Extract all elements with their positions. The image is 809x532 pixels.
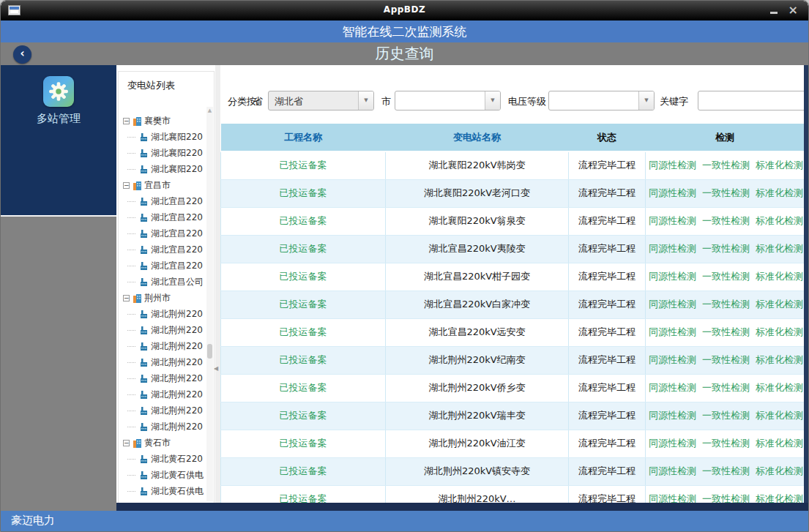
splitter-collapse-icon[interactable]: ◀ (214, 365, 218, 372)
tree-substation-item[interactable]: 湖北荆州220 (119, 322, 214, 338)
close-button[interactable]: × (789, 3, 798, 17)
detect-link[interactable]: 同源性检测 (649, 299, 696, 310)
substation-name-cell: 湖北襄阳220kV老河口变 (386, 179, 569, 207)
detect-link[interactable]: 同源性检测 (649, 243, 696, 254)
city-select[interactable]: ▼ (395, 91, 501, 110)
detect-link[interactable]: 同源性检测 (649, 271, 696, 282)
collapse-minus-icon[interactable]: − (123, 295, 130, 301)
tree-substation-item[interactable]: 湖北宜昌220 (119, 209, 214, 225)
scrollbar-thumb[interactable] (207, 344, 212, 359)
sidebar-item-multistation[interactable]: 多站管理 (1, 65, 116, 146)
detect-link[interactable]: 标准化检测 (756, 438, 803, 449)
keyword-input[interactable] (698, 91, 804, 110)
tree-substation-item[interactable]: 湖北荆州220 (119, 306, 214, 322)
detect-link[interactable]: 同源性检测 (649, 326, 696, 337)
detect-link[interactable]: 一致性检测 (702, 271, 750, 282)
substation-name-cell: 湖北荆州220kV瑞丰变 (386, 402, 569, 430)
tree-substation-item[interactable]: 湖北宜昌220 (119, 225, 214, 241)
project-status-cell: 已投运备案 (221, 430, 386, 457)
province-select[interactable]: 湖北省 ▼ (268, 91, 374, 110)
detect-cell: 同源性检测一致性检测标准化检测 (646, 318, 805, 346)
substation-name-cell: 湖北荆州220kV纪南变 (386, 346, 569, 374)
detect-link[interactable]: 同源性检测 (649, 465, 696, 476)
detect-link[interactable]: 标准化检测 (756, 326, 803, 337)
detect-link[interactable]: 同源性检测 (649, 354, 696, 365)
tree-substation-item[interactable]: 湖北襄阳220 (119, 161, 214, 177)
detect-link[interactable]: 同源性检测 (649, 187, 696, 198)
detect-link[interactable]: 一致性检测 (702, 465, 750, 476)
project-status-cell: 已投运备案 (221, 151, 386, 179)
tree-city-node[interactable]: −黄石市 (119, 435, 214, 451)
tree-substation-item[interactable]: 湖北荆州220 (119, 386, 214, 402)
detect-link[interactable]: 标准化检测 (756, 243, 803, 254)
detect-link[interactable]: 标准化检测 (756, 160, 803, 171)
detect-link[interactable]: 同源性检测 (649, 382, 696, 393)
scrollbar-up-icon[interactable]: ▲ (206, 107, 213, 114)
minimize-button[interactable] (770, 12, 778, 14)
detect-link[interactable]: 标准化检测 (756, 354, 803, 365)
tree-substation-item[interactable]: 湖北宜昌公司 (119, 274, 214, 290)
tree-substation-item[interactable]: 湖北荆州220 (119, 370, 214, 386)
tree-city-node[interactable]: −荆州市 (119, 290, 214, 306)
voltage-select[interactable]: ▼ (548, 91, 655, 110)
detect-link[interactable]: 一致性检测 (702, 187, 750, 198)
detect-link[interactable]: 同源性检测 (649, 438, 696, 449)
tree-substation-item[interactable]: 湖北荆州220 (119, 419, 214, 435)
detect-link[interactable]: 同源性检测 (649, 160, 696, 171)
tree-scrollbar[interactable]: ▲ (206, 107, 213, 501)
detect-link[interactable]: 标准化检测 (756, 493, 803, 503)
collapse-minus-icon[interactable]: − (123, 182, 130, 189)
collapse-minus-icon[interactable]: − (123, 118, 130, 124)
workflow-status-cell: 流程完毕工程 (569, 151, 646, 179)
detect-link[interactable]: 一致性检测 (702, 493, 750, 503)
tree-substation-item[interactable]: 湖北宜昌220 (119, 193, 214, 209)
tree-substation-item[interactable]: 湖北黄石供电 (119, 483, 214, 499)
tree-substation-item[interactable]: 湖北荆州220 (119, 338, 214, 354)
chevron-down-icon[interactable]: ▼ (638, 91, 654, 110)
tree-city-node[interactable]: −襄樊市 (119, 113, 214, 129)
substation-icon (139, 132, 149, 142)
detect-link[interactable]: 一致性检测 (702, 410, 750, 421)
detect-link[interactable]: 标准化检测 (756, 410, 803, 421)
tree-substation-item[interactable]: 湖北黄石供电 (119, 467, 214, 483)
collapse-minus-icon[interactable]: − (123, 440, 130, 446)
tree-city-node[interactable]: −宜昌市 (119, 177, 214, 193)
detect-link[interactable]: 标准化检测 (756, 271, 803, 282)
detect-link[interactable]: 标准化检测 (756, 382, 803, 393)
detect-link[interactable]: 标准化检测 (756, 215, 803, 226)
detect-link[interactable]: 同源性检测 (649, 410, 696, 421)
detect-link[interactable]: 一致性检测 (702, 299, 750, 310)
detect-link[interactable]: 同源性检测 (649, 215, 696, 226)
project-status-cell: 已投运备案 (221, 291, 386, 318)
panel-splitter[interactable] (215, 65, 220, 503)
detect-link[interactable]: 一致性检测 (702, 354, 750, 365)
chevron-down-icon[interactable]: ▼ (358, 91, 373, 110)
tree-substation-item[interactable]: 湖北襄阳220 (119, 129, 214, 145)
detect-link[interactable]: 一致性检测 (702, 382, 750, 393)
substation-icon (139, 342, 149, 351)
detect-link[interactable]: 一致性检测 (702, 438, 750, 449)
detect-link[interactable]: 一致性检测 (702, 243, 750, 254)
tree-substation-item[interactable]: 湖北宜昌220 (119, 258, 214, 274)
table-row: 已投运备案湖北宜昌220kV柑子园变流程完毕工程同源性检测一致性检测标准化检测 (221, 263, 805, 291)
detect-link[interactable]: 同源性检测 (649, 493, 696, 503)
tree-substation-item[interactable]: 湖北荆州220 (119, 402, 214, 419)
chevron-down-icon[interactable]: ▼ (485, 91, 500, 110)
app-window: AppBDZ × 智能在线二次监测系统 历史查询 ‹ (0, 0, 809, 532)
detect-link[interactable]: 标准化检测 (756, 187, 803, 198)
back-button[interactable]: ‹ (13, 45, 31, 64)
tree-substation-item[interactable]: 湖北襄阳220 (119, 145, 214, 161)
detect-link[interactable]: 标准化检测 (756, 299, 803, 310)
detect-link[interactable]: 一致性检测 (702, 326, 750, 337)
substation-icon (139, 149, 149, 158)
workflow-status-cell: 流程完毕工程 (569, 291, 646, 318)
substation-name-cell: 湖北襄阳220kV韩岗变 (386, 151, 569, 179)
tree-substation-item[interactable]: 湖北荆州220 (119, 354, 214, 370)
tree-substation-item[interactable]: 湖北宜昌220 (119, 241, 214, 258)
detect-link[interactable]: 一致性检测 (702, 215, 750, 226)
column-header-status: 状态 (569, 124, 646, 151)
detect-cell: 同源性检测一致性检测标准化检测 (646, 346, 805, 374)
detect-link[interactable]: 标准化检测 (756, 465, 803, 476)
tree-substation-item[interactable]: 湖北黄石220 (119, 451, 214, 467)
detect-link[interactable]: 一致性检测 (702, 160, 750, 171)
